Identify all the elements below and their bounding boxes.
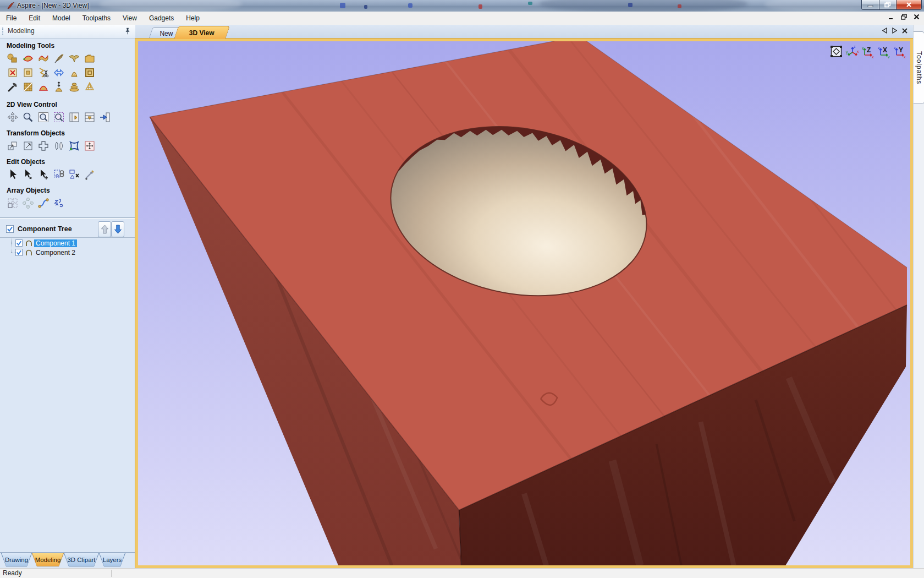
component-2-label[interactable]: Component 2: [34, 249, 77, 257]
alignment-tools-icon[interactable]: [84, 140, 96, 152]
copy-along-curve-icon[interactable]: [37, 197, 50, 209]
component-2-checkbox[interactable]: [15, 249, 23, 256]
svg-text:x: x: [857, 50, 859, 53]
sculpt-icon[interactable]: [7, 81, 19, 93]
mesh-model-icon[interactable]: [84, 81, 96, 93]
next-tab-icon[interactable]: [892, 28, 897, 34]
pin-icon[interactable]: [124, 27, 131, 35]
retain-model-area-icon[interactable]: [22, 67, 34, 79]
view-tab-3d-view[interactable]: 3D View: [174, 26, 230, 39]
modeling-tools-row-2: [7, 67, 96, 79]
slice-model-icon[interactable]: [68, 81, 80, 93]
previous-tab-icon[interactable]: [882, 28, 887, 34]
status-bar: Ready: [0, 568, 924, 578]
transform-tool-icon[interactable]: [37, 168, 50, 181]
minimize-button[interactable]: [861, 0, 879, 10]
svg-text:z: z: [854, 45, 856, 48]
two-rail-sweep-icon[interactable]: [22, 52, 34, 64]
menu-model[interactable]: Model: [46, 12, 76, 25]
component-1-checkbox[interactable]: [15, 239, 23, 247]
move-component-up-button[interactable]: [98, 221, 111, 237]
tab-layers[interactable]: Layers: [99, 553, 125, 566]
zoom-extents-icon[interactable]: [53, 111, 65, 123]
import-clipart-icon[interactable]: [84, 52, 96, 64]
side-view-icon[interactable]: z x Y: [893, 45, 907, 58]
array-copy-grid-icon[interactable]: [7, 197, 19, 209]
mdi-close-icon[interactable]: [914, 14, 920, 20]
import-component-icon[interactable]: [68, 52, 80, 64]
view-tab-3d-view-label: 3D View: [189, 29, 215, 37]
group-selection-icon[interactable]: [53, 168, 65, 181]
extrude-along-path-icon[interactable]: [37, 52, 50, 64]
toolpaths-tab[interactable]: Toolpaths: [914, 31, 924, 104]
distort-object-icon[interactable]: [68, 140, 80, 152]
restore-button[interactable]: [879, 0, 897, 10]
tab-drawing[interactable]: Drawing: [1, 553, 32, 566]
front-view-icon[interactable]: z y X: [877, 45, 891, 58]
modeling-panel: Modeling Modeling Tools: [0, 25, 136, 568]
panel-header: Modeling: [0, 25, 135, 39]
smooth-model-icon[interactable]: [53, 52, 65, 64]
mirror-selection-icon[interactable]: [53, 140, 65, 152]
mdi-minimize-icon[interactable]: [888, 14, 894, 20]
trim-model-icon[interactable]: [37, 67, 50, 79]
tree-item-component-1[interactable]: Component 1: [0, 238, 135, 248]
select-tool-icon[interactable]: [7, 168, 19, 181]
tab-navigation: [882, 28, 908, 34]
menu-gadgets[interactable]: Gadgets: [143, 12, 180, 25]
view-tab-new-label: New: [160, 30, 173, 37]
ungroup-selection-icon[interactable]: [68, 168, 80, 181]
top-view-icon[interactable]: y x Z: [861, 45, 875, 58]
panel-grip: [2, 28, 3, 35]
array-copy-circular-icon[interactable]: [22, 197, 34, 209]
switch-2d-3d-icon[interactable]: [99, 111, 111, 123]
tab-3d-clipart[interactable]: 3D Clipart: [64, 553, 99, 566]
texture-model-icon[interactable]: [68, 67, 80, 79]
menu-view[interactable]: View: [117, 12, 143, 25]
zoom-to-fit-icon[interactable]: [829, 45, 843, 58]
tree-item-component-2[interactable]: Component 2: [0, 248, 135, 257]
panel-bottom-tabs: Drawing Modeling 3D Clipart Layers: [0, 552, 135, 569]
mdi-restore-icon[interactable]: [901, 14, 907, 20]
clear-model-area-icon[interactable]: [7, 67, 19, 79]
close-view-icon[interactable]: [902, 28, 908, 34]
svg-text:X: X: [883, 46, 887, 54]
viewport-frame: z y x y x Z z y X: [135, 39, 913, 568]
offset-model-icon[interactable]: [53, 67, 65, 79]
tab-modeling[interactable]: Modeling: [32, 553, 64, 566]
isometric-view-icon[interactable]: z y x: [845, 45, 859, 58]
move-component-down-button[interactable]: [111, 221, 124, 237]
layer-preview-icon[interactable]: [84, 111, 96, 123]
zoom-box-icon[interactable]: [37, 111, 50, 123]
node-edit-tool-icon[interactable]: [22, 168, 34, 181]
menu-help[interactable]: Help: [180, 12, 206, 25]
zoom-interactive-icon[interactable]: [22, 111, 34, 123]
menu-edit[interactable]: Edit: [23, 12, 46, 25]
glass-reflection: [99, 0, 242, 12]
set-size-icon[interactable]: [22, 140, 34, 152]
create-border-icon[interactable]: [84, 67, 96, 79]
create-shape-icon[interactable]: [7, 52, 19, 64]
modeling-tools-row-1: [7, 52, 96, 64]
preview-toggle-icon[interactable]: [68, 111, 80, 123]
menu-toolpaths[interactable]: Toolpaths: [76, 12, 117, 25]
tree-separator: [0, 237, 135, 238]
vector-texture-icon[interactable]: [53, 197, 65, 209]
component-tree-checkbox[interactable]: [6, 225, 14, 233]
close-button[interactable]: [897, 0, 922, 10]
add-texture-icon[interactable]: [22, 81, 34, 93]
dome-shape-icon[interactable]: [37, 81, 50, 93]
viewport-view-controls: z y x y x Z z y X: [829, 45, 907, 58]
transform-row: [7, 140, 96, 152]
application-window: Aspire - [New - 3D View] File Edit Model…: [0, 0, 924, 578]
align-selection-icon[interactable]: [37, 140, 50, 152]
move-selection-icon[interactable]: [7, 140, 19, 152]
3d-viewport-canvas[interactable]: [138, 41, 910, 565]
component-1-label[interactable]: Component 1: [34, 239, 77, 247]
menu-file[interactable]: File: [0, 12, 23, 25]
desktop-speck: [479, 4, 482, 9]
svg-text:z: z: [878, 46, 880, 50]
measure-tool-icon[interactable]: [84, 168, 96, 181]
pan-view-icon[interactable]: [7, 111, 19, 123]
scale-model-height-icon[interactable]: [53, 81, 65, 93]
